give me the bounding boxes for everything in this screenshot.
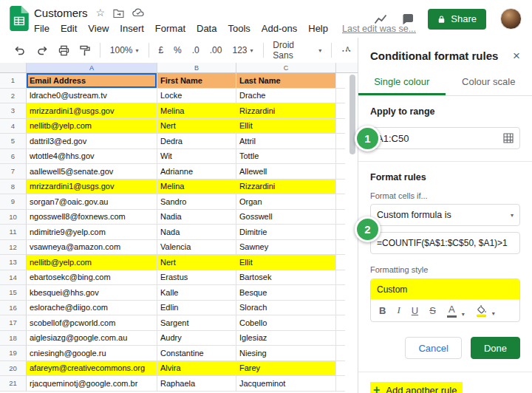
undo-icon[interactable] [14, 45, 26, 55]
user-avatar[interactable] [500, 8, 522, 30]
row-number[interactable]: 9 [0, 194, 27, 210]
decrease-decimal-button[interactable]: .0 [192, 45, 200, 55]
first-name-cell[interactable]: Sandro [157, 194, 236, 210]
empty-cell[interactable] [336, 210, 345, 225]
close-icon[interactable]: × [513, 49, 520, 62]
empty-cell[interactable] [336, 346, 345, 361]
first-name-cell[interactable]: Wit [157, 149, 236, 165]
email-cell[interactable]: dattril3@ed.gov [27, 134, 157, 149]
first-name-cell[interactable]: Dedra [157, 134, 236, 149]
column-header-partial[interactable] [336, 63, 358, 72]
row-number[interactable]: 13 [0, 255, 27, 270]
row-number[interactable]: 18 [0, 331, 27, 346]
email-cell[interactable]: mrizzardini1@usgs.gov [27, 180, 157, 195]
tab-colour-scale[interactable]: Colour scale [446, 69, 532, 95]
first-name-cell[interactable]: Erastus [157, 270, 236, 286]
zoom-select[interactable]: 100%▾ [110, 45, 139, 55]
email-cell[interactable]: rjacqueminotj@google.com.br [27, 376, 157, 392]
last-name-cell[interactable]: Gosswell [236, 210, 336, 225]
document-title[interactable]: Customers [34, 7, 88, 19]
first-name-cell[interactable]: Raphaela [157, 376, 236, 392]
column-header-c[interactable]: C [236, 63, 336, 72]
email-cell[interactable]: vsawneya@amazon.com [27, 240, 157, 256]
email-cell[interactable]: nellitb@yelp.com [27, 255, 157, 270]
email-cell[interactable]: ebartosekc@bing.com [27, 270, 157, 286]
first-name-cell[interactable]: Sargent [157, 315, 236, 331]
more-formats-button[interactable]: 123▾ [232, 45, 253, 55]
last-name-cell[interactable]: Slorach [236, 301, 336, 316]
menu-file[interactable]: File [34, 23, 50, 34]
row-number[interactable]: 14 [0, 270, 27, 286]
empty-cell[interactable] [336, 134, 345, 149]
text-color-button[interactable]: A ▾ [447, 304, 465, 318]
last-name-cell[interactable]: Ellit [236, 255, 336, 270]
bold-button[interactable]: B [379, 305, 386, 316]
menu-data[interactable]: Data [197, 23, 216, 34]
row-number[interactable]: 21 [0, 376, 27, 392]
row-number[interactable]: 4 [0, 119, 27, 134]
row-number[interactable]: 3 [0, 103, 27, 119]
first-name-cell[interactable]: Melina [157, 180, 236, 195]
done-button[interactable]: Done [471, 337, 520, 359]
empty-cell[interactable] [336, 285, 345, 301]
format-currency-button[interactable]: £ [158, 45, 163, 55]
empty-cell[interactable] [336, 301, 345, 316]
condition-select[interactable]: Custom formula is ▾ [370, 204, 520, 226]
row-number[interactable]: 11 [0, 225, 27, 240]
empty-cell[interactable] [336, 361, 345, 377]
email-cell[interactable]: sorgan7@oaic.gov.au [27, 194, 157, 210]
row-number[interactable]: 20 [0, 361, 27, 377]
row-number[interactable]: 16 [0, 301, 27, 316]
menu-edit[interactable]: Edit [61, 23, 77, 34]
empty-cell[interactable] [336, 180, 345, 195]
last-name-cell[interactable]: Sawney [236, 240, 336, 256]
empty-cell[interactable] [336, 240, 345, 256]
custom-formula-input[interactable]: =COUNTIF($A$1:$C$50, $A1)>1 [370, 232, 520, 254]
first-name-cell[interactable]: Valencia [157, 240, 236, 256]
email-cell[interactable]: cniesingh@google.ru [27, 346, 157, 361]
paint-format-icon[interactable] [80, 45, 90, 56]
menu-insert[interactable]: Insert [120, 23, 144, 34]
sheets-logo-icon[interactable] [10, 6, 29, 31]
email-cell[interactable]: wtottle4@hhs.gov [27, 149, 157, 165]
last-name-cell[interactable]: Bartosek [236, 270, 336, 286]
row-number[interactable]: 10 [0, 210, 27, 225]
row-number[interactable]: 7 [0, 164, 27, 180]
email-cell[interactable]: scobellof@pcworld.com [27, 315, 157, 331]
empty-cell[interactable] [336, 315, 345, 331]
row-number[interactable]: 6 [0, 149, 27, 165]
first-name-cell[interactable]: Adrianne [157, 164, 236, 180]
format-percent-button[interactable]: % [174, 45, 182, 55]
last-name-cell[interactable]: Organ [236, 194, 336, 210]
cancel-button[interactable]: Cancel [405, 337, 461, 359]
redo-icon[interactable] [36, 45, 48, 55]
first-name-cell[interactable]: Nada [157, 225, 236, 240]
email-cell[interactable]: eslorache@diigo.com [27, 301, 157, 316]
email-cell[interactable]: ngosswell8@foxnews.com [27, 210, 157, 225]
strikethrough-button[interactable]: S [429, 305, 436, 316]
collapse-toolbar-icon[interactable]: ∧ [345, 44, 350, 52]
email-cell[interactable]: afareym@creativecommons.org [27, 361, 157, 377]
first-name-cell[interactable]: Nert [157, 255, 236, 270]
move-to-folder-icon[interactable] [113, 8, 124, 18]
last-name-cell[interactable]: Rizzardini [236, 180, 336, 195]
italic-button[interactable]: I [397, 304, 400, 316]
email-cell[interactable]: ldrache0@ustream.tv [27, 89, 157, 104]
email-cell[interactable]: nellitb@yelp.com [27, 119, 157, 134]
last-name-cell[interactable]: Niesing [236, 346, 336, 361]
last-name-cell[interactable]: Attril [236, 134, 336, 149]
row-number[interactable]: 1 [0, 73, 27, 89]
empty-cell[interactable] [336, 89, 345, 104]
menu-help[interactable]: Help [308, 23, 328, 34]
first-name-cell[interactable]: Kalle [157, 285, 236, 301]
empty-cell[interactable] [336, 164, 345, 180]
font-select[interactable]: Droid Sans▾ [273, 40, 321, 61]
underline-button[interactable]: U [412, 305, 418, 316]
last-name-cell[interactable]: Ellit [236, 119, 336, 134]
menu-tools[interactable]: Tools [228, 23, 250, 34]
email-cell[interactable]: aiglesiazg@google.com.au [27, 331, 157, 346]
row-number[interactable]: 2 [0, 89, 27, 104]
header-cell-b1[interactable]: First Name [157, 73, 236, 89]
select-all-corner[interactable] [0, 63, 27, 72]
first-name-cell[interactable]: Audry [157, 331, 236, 346]
